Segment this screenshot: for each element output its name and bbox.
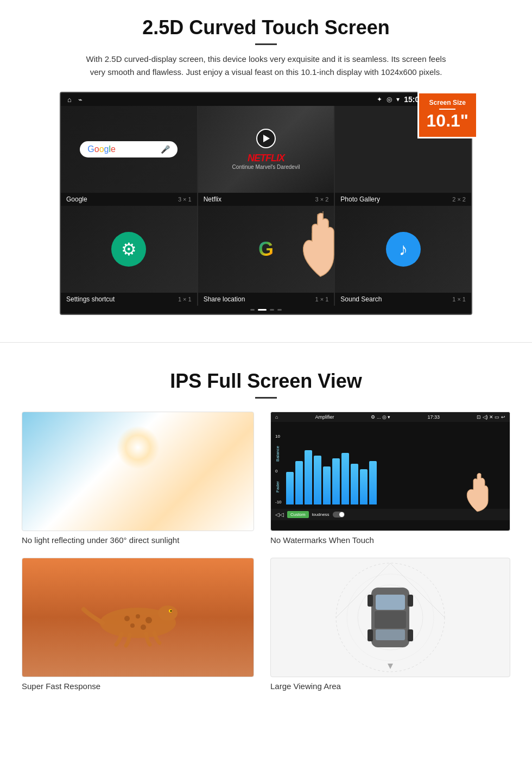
page-dot-4[interactable] (277, 309, 282, 311)
svg-point-3 (136, 614, 140, 619)
amp-label-10: 10 (275, 434, 282, 439)
google-label: Google 3 × 1 (61, 193, 197, 206)
netflix-subtitle: Continue Marvel's Daredevil (232, 164, 300, 170)
eq-bar-7[interactable] (341, 453, 349, 504)
sunlight-image (22, 412, 254, 531)
share-location-app-inner: G (198, 206, 334, 293)
eq-bar-1[interactable] (286, 472, 294, 504)
google-logo: Google (87, 144, 116, 154)
svg-rect-20 (368, 629, 373, 641)
netflix-app-inner: NETFLIX Continue Marvel's Daredevil (198, 106, 334, 193)
hand-pointing-icon (290, 206, 345, 282)
cheetah-image (22, 558, 254, 677)
netflix-play-button[interactable] (256, 129, 276, 148)
svg-rect-18 (368, 595, 373, 607)
amp-label-neg10: -10 (275, 500, 282, 504)
car-image (270, 558, 510, 677)
eq-bar-8[interactable] (351, 464, 358, 504)
google-search-bar[interactable]: Google 🎤 (80, 141, 178, 157)
feature-viewing-angle: Large Viewing Area (270, 558, 510, 691)
settings-icon-wrap: ⚙ (111, 232, 146, 267)
feature-watermarks: ⌂ Amplifier ⚙ ... ◎ ▾ 17:33 ⊡ ◁) ✕ ▭ ↩ 1… (270, 412, 510, 545)
amp-header: ⌂ Amplifier ⚙ ... ◎ ▾ 17:33 ⊡ ◁) ✕ ▭ ↩ (271, 412, 510, 422)
sound-search-label: Sound Search 1 × 1 (335, 293, 471, 306)
section-divider (0, 342, 532, 343)
share-location-app-size: 1 × 1 (315, 296, 329, 302)
amp-loudness-toggle[interactable] (333, 512, 345, 518)
section-ips-screen: IPS Full Screen View No light reflecting… (0, 359, 532, 707)
amp-icons: ⚙ ... ◎ ▾ (371, 414, 390, 420)
gallery-app-name: Photo Gallery (340, 195, 380, 203)
viewing-angle-caption: Large Viewing Area (270, 682, 510, 691)
amp-fader-label: Fader (275, 481, 282, 493)
eq-bar-10[interactable] (369, 461, 377, 504)
share-location-label: Share location 1 × 1 (198, 293, 334, 306)
svg-rect-19 (408, 595, 413, 607)
bluetooth-icon: ✦ (377, 96, 382, 103)
wifi-icon: ▾ (396, 96, 400, 103)
svg-rect-17 (376, 629, 405, 640)
page-dots (61, 306, 471, 314)
amplifier-image: ⌂ Amplifier ⚙ ... ◎ ▾ 17:33 ⊡ ◁) ✕ ▭ ↩ 1… (270, 412, 510, 531)
google-app-size: 3 × 1 (178, 196, 192, 203)
watermarks-caption: No Watermarks When Touch (270, 535, 510, 545)
hand-touch-overlay (461, 471, 493, 514)
sound-search-app-inner: ♪ (335, 206, 471, 293)
svg-point-8 (170, 610, 172, 612)
gallery-label: Photo Gallery 2 × 2 (335, 193, 471, 206)
svg-point-4 (145, 617, 152, 623)
netflix-label: Netflix 3 × 2 (198, 193, 334, 206)
sound-search-app-size: 1 × 1 (452, 296, 466, 302)
google-app-inner: Google 🎤 (61, 106, 197, 193)
section2-divider (255, 397, 277, 399)
amp-prev-icon[interactable]: ◁◁ (275, 512, 284, 518)
app-grid-row1: Google 🎤 Google 3 × 1 (61, 106, 471, 206)
amp-status-icons: ⊡ ◁) ✕ ▭ ↩ (477, 414, 505, 420)
app-cell-sound-search[interactable]: ♪ Sound Search 1 × 1 (335, 206, 471, 306)
section1-description: With 2.5D curved-display screen, this de… (81, 53, 451, 79)
eq-bar-2[interactable] (295, 461, 303, 504)
gallery-app-size: 2 × 2 (452, 196, 466, 203)
android-screen: ⌂ ⌁ ✦ ◎ ▾ 15:06 ⊡ ◁) ✕ ▭ (60, 92, 472, 315)
mic-icon[interactable]: 🎤 (161, 145, 170, 154)
app-cell-settings[interactable]: ⚙ Settings shortcut 1 × 1 (61, 206, 197, 306)
page-dot-3[interactable] (270, 309, 274, 311)
section1-title: 2.5D Curved Touch Screen (33, 16, 499, 39)
badge-size: 10.1" (427, 112, 468, 129)
sound-icon-wrap: ♪ (386, 232, 421, 267)
eq-bar-6[interactable] (332, 458, 340, 504)
feature-fast-response: Super Fast Response (22, 558, 254, 691)
feature-grid: No light reflecting under 360° direct su… (22, 412, 510, 691)
svg-point-6 (141, 624, 146, 630)
amp-labels: 10 Balance 0 Fader -10 (275, 434, 284, 504)
sound-search-app-name: Sound Search (340, 295, 382, 303)
amp-title: Amplifier (315, 414, 334, 420)
section1-divider (255, 43, 277, 45)
amp-label-0: 0 (275, 469, 282, 474)
section2-title: IPS Full Screen View (22, 370, 510, 393)
page-dot-1[interactable] (250, 309, 255, 311)
home-icon[interactable]: ⌂ (67, 96, 72, 104)
eq-bar-3[interactable] (305, 450, 312, 504)
app-cell-google[interactable]: Google 🎤 Google 3 × 1 (61, 106, 197, 206)
app-cell-share-location[interactable]: G Share location 1 × 1 (198, 206, 334, 306)
settings-app-inner: ⚙ (61, 206, 197, 293)
eq-bar-9[interactable] (360, 469, 368, 504)
maps-icon: G (258, 238, 274, 261)
usb-icon: ⌁ (78, 96, 83, 104)
feature-sunlight: No light reflecting under 360° direct su… (22, 412, 254, 545)
amp-custom-button[interactable]: Custom (287, 511, 309, 518)
status-bar: ⌂ ⌁ ✦ ◎ ▾ 15:06 ⊡ ◁) ✕ ▭ (61, 93, 471, 106)
app-cell-netflix[interactable]: NETFLIX Continue Marvel's Daredevil Netf… (198, 106, 334, 206)
amp-balance-label: Balance (275, 446, 282, 462)
section-curved-screen: 2.5D Curved Touch Screen With 2.5D curve… (0, 0, 532, 326)
netflix-app-size: 3 × 2 (315, 196, 329, 203)
page-dot-2[interactable] (258, 309, 267, 311)
netflix-app-name: Netflix (204, 195, 221, 203)
settings-label: Settings shortcut 1 × 1 (61, 293, 197, 306)
badge-divider (439, 109, 455, 110)
google-app-name: Google (66, 195, 87, 203)
svg-point-2 (124, 616, 130, 621)
eq-bar-5[interactable] (323, 466, 331, 504)
eq-bar-4[interactable] (314, 456, 321, 504)
